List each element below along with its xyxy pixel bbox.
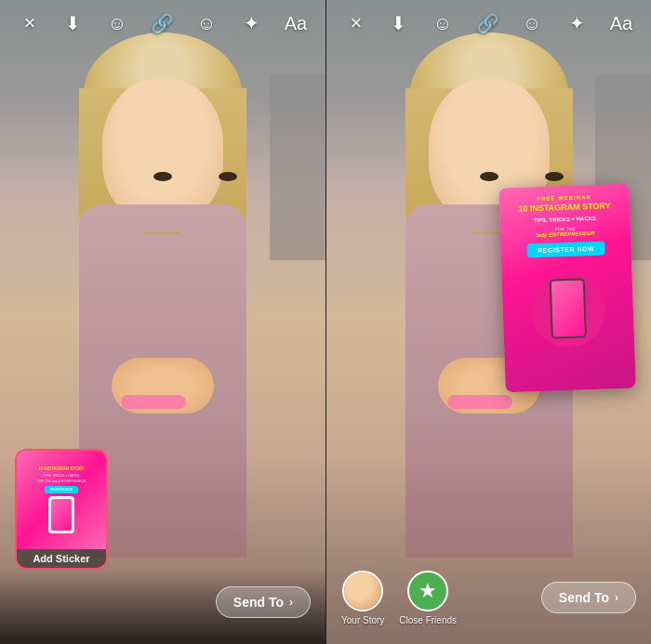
send-to-label: Send To	[233, 595, 284, 610]
sticker-phone2	[550, 278, 587, 338]
right-link-icon[interactable]: 🔗	[472, 8, 502, 38]
right-send-to-label: Send To	[559, 590, 609, 605]
sticker-title-line2: TIPS, TRICKS + HACKS	[44, 474, 80, 478]
sticker-free-label: FREE WEBINAR	[537, 194, 591, 202]
right-left-eye	[480, 172, 498, 181]
sticker-overlay-title: 10 INSTAGRAM STORY	[518, 201, 611, 214]
sticker-overlay-register-btn: REGISTER NOW	[526, 241, 605, 257]
left-eye	[153, 172, 172, 181]
your-story-avatar	[342, 571, 383, 611]
story-options-left: Your Story ★ Close Friends	[341, 571, 457, 625]
necklace	[144, 232, 181, 234]
close-friends-label: Close Friends	[399, 615, 457, 625]
text-icon[interactable]: Aa	[281, 8, 311, 38]
left-panel: × ⬇ ☺ 🔗 ☺ ✦ Aa 10 INSTAGRAM STORY TIPS, …	[0, 0, 326, 644]
right-right-eye	[545, 172, 564, 181]
right-draw-icon[interactable]: ✦	[562, 8, 591, 38]
close-friends-option[interactable]: ★ Close Friends	[399, 571, 457, 625]
your-story-option[interactable]: Your Story	[341, 571, 384, 625]
toolbar-right-icons: ⬇ ☺ 🔗 ☺ ✦ Aa	[58, 8, 311, 38]
emoji-icon[interactable]: ☺	[102, 8, 132, 38]
story-options-bar: Your Story ★ Close Friends Send To ›	[326, 565, 651, 630]
add-sticker-label: Add Sticker	[17, 549, 106, 568]
link-icon[interactable]: 🔗	[147, 8, 177, 38]
draw-icon[interactable]: ✦	[236, 8, 266, 38]
sticker-subtitle: FOR THE lady ENTREPRENEUR	[37, 480, 86, 483]
right-text-icon[interactable]: Aa	[606, 8, 636, 38]
sticker-title-line1: 10 INSTAGRAM STORY	[38, 467, 85, 471]
eyes	[153, 172, 237, 181]
left-toolbar: × ⬇ ☺ 🔗 ☺ ✦ Aa	[0, 0, 326, 46]
nails	[121, 395, 186, 409]
sticker-register-btn: REGISTER NOW	[45, 486, 78, 493]
your-story-label: Your Story	[341, 615, 384, 625]
right-panel: FREE WEBINAR 10 INSTAGRAM STORY TIPS, TR…	[326, 0, 651, 644]
face	[102, 79, 223, 223]
star-icon: ★	[418, 579, 437, 603]
right-eye	[219, 172, 237, 181]
sticker-phone-wrap	[529, 262, 606, 348]
sticker-icon[interactable]: ☺	[192, 8, 221, 38]
sticker-preview: 10 INSTAGRAM STORY TIPS, TRICKS + HACKS …	[17, 451, 106, 549]
sticker-overlay-tips: TIPS, TRICKS + HACKS	[534, 216, 596, 225]
sticker-overlay: FREE WEBINAR 10 INSTAGRAM STORY TIPS, TR…	[498, 184, 636, 393]
sticker-phone-inner	[51, 499, 72, 531]
left-bottom-bar: Send To ›	[0, 570, 326, 644]
right-toolbar-icons: ⬇ ☺ 🔗 ☺ ✦ Aa	[383, 8, 636, 38]
close-friends-avatar: ★	[407, 571, 448, 611]
right-send-to-button[interactable]: Send To ›	[541, 582, 636, 613]
your-story-avatar-inner	[344, 572, 381, 610]
right-download-icon[interactable]: ⬇	[383, 8, 413, 38]
sticker-overlay-entrepreneur: lady ENTREPRENEUR	[536, 230, 595, 238]
right-sticker-icon[interactable]: ☺	[517, 8, 547, 38]
sticker-tray[interactable]: 10 INSTAGRAM STORY TIPS, TRICKS + HACKS …	[15, 449, 108, 570]
close-button[interactable]: ×	[15, 8, 45, 38]
right-toolbar: × ⬇ ☺ 🔗 ☺ ✦ Aa	[326, 0, 651, 46]
right-nails	[447, 395, 512, 409]
sticker-phone2-screen	[551, 280, 585, 336]
download-icon[interactable]: ⬇	[58, 8, 87, 38]
sticker-phone	[48, 496, 74, 533]
right-send-to-chevron-icon: ›	[615, 591, 618, 604]
left-send-to-button[interactable]: Send To ›	[216, 586, 311, 618]
right-close-button[interactable]: ×	[341, 8, 371, 38]
right-eyes	[480, 172, 564, 181]
send-to-chevron-icon: ›	[289, 596, 293, 609]
right-emoji-icon[interactable]: ☺	[428, 8, 458, 38]
bg-right-detail	[270, 74, 326, 260]
